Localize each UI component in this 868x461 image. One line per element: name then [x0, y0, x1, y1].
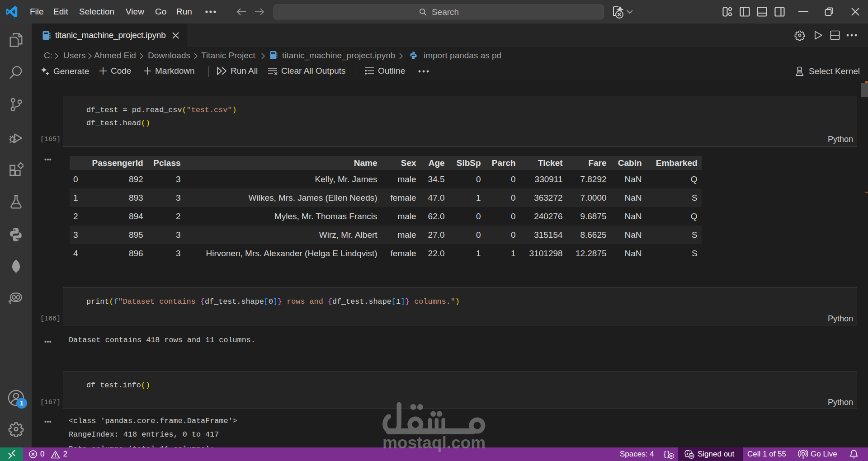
- svg-text:{: {: [664, 450, 666, 458]
